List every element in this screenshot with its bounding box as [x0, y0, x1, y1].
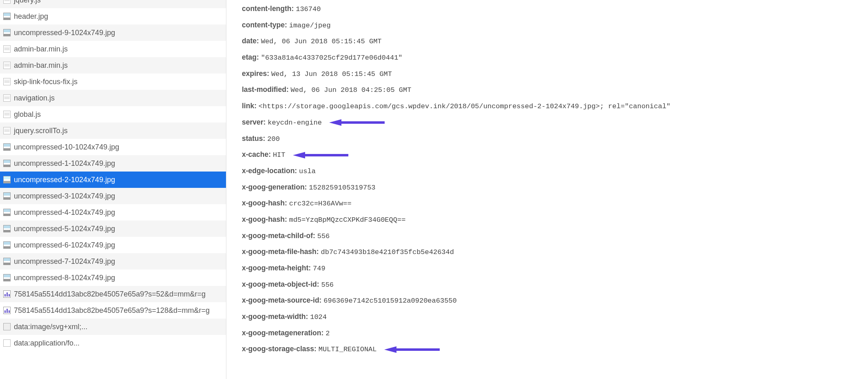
file-row[interactable]: skip-link-focus-fix.js: [0, 74, 226, 90]
file-row[interactable]: uncompressed-5-1024x749.jpg: [0, 221, 226, 237]
response-headers-panel: content-length: 136740content-type: imag…: [226, 0, 868, 379]
svg-marker-1: [329, 119, 341, 126]
file-row[interactable]: global.js: [0, 106, 226, 123]
file-row[interactable]: uncompressed-3-1024x749.jpg: [0, 188, 226, 204]
header-line: x-goog-hash: md5=YzqBpMQzcCXPKdF34G0EQQ=…: [242, 214, 859, 225]
header-key: content-length:: [242, 4, 294, 13]
file-name: uncompressed-6-1024x749.jpg: [14, 241, 115, 250]
file-row[interactable]: uncompressed-1-1024x749.jpg: [0, 155, 226, 172]
header-line: x-goog-meta-source-id: 696369e7142c51015…: [242, 295, 859, 306]
file-name: uncompressed-2-1024x749.jpg: [14, 176, 115, 184]
header-key: date:: [242, 37, 259, 45]
header-line: x-goog-meta-width: 1024: [242, 311, 859, 323]
header-line: x-goog-meta-height: 749: [242, 263, 859, 274]
header-value: 1528259105319753: [309, 184, 375, 192]
annotation-arrow-icon: [383, 346, 441, 353]
annotation-arrow-icon: [292, 152, 349, 159]
doc-icon: [3, 127, 11, 134]
header-key: x-goog-generation:: [242, 183, 307, 191]
file-row[interactable]: uncompressed-7-1024x749.jpg: [0, 253, 226, 270]
file-row[interactable]: data:image/svg+xml;...: [0, 319, 226, 335]
header-line: x-edge-location: usla: [242, 165, 859, 177]
header-key: x-goog-meta-source-id:: [242, 296, 321, 304]
header-key: x-goog-meta-file-hash:: [242, 247, 319, 256]
header-value: md5=YzqBpMQzcCXPKdF34G0EQQ==: [289, 216, 406, 224]
header-line: x-cache: HIT: [242, 149, 859, 161]
header-key: link:: [242, 102, 257, 110]
img-icon: [3, 160, 11, 167]
header-value: "633a81a4c4337025cf29d177e06d0441": [261, 54, 403, 62]
header-value: 749: [313, 265, 326, 272]
header-line: expires: Wed, 13 Jun 2018 05:15:45 GMT: [242, 68, 859, 80]
header-line: x-goog-meta-file-hash: db7c743493b18e421…: [242, 246, 859, 258]
file-row[interactable]: uncompressed-6-1024x749.jpg: [0, 237, 226, 253]
header-line: date: Wed, 06 Jun 2018 05:15:45 GMT: [242, 36, 859, 47]
file-name: 758145a5514dd13abc82be45057e65a9?s=52&d=…: [14, 290, 206, 299]
file-name: jquery.js: [14, 0, 41, 4]
file-name: admin-bar.min.js: [14, 45, 68, 54]
doc-icon: [3, 62, 11, 69]
header-key: etag:: [242, 53, 259, 61]
img-icon: [3, 13, 11, 20]
img-icon: [3, 29, 11, 36]
file-row[interactable]: jquery.js: [0, 0, 226, 8]
img-icon: [3, 258, 11, 265]
header-key: x-edge-location:: [242, 167, 297, 175]
network-file-list[interactable]: style.cssjquery.jsheader.jpguncompressed…: [0, 0, 226, 379]
header-key: x-goog-hash:: [242, 215, 287, 223]
doc-icon: [3, 111, 11, 118]
file-row[interactable]: admin-bar.min.js: [0, 57, 226, 74]
header-value: 200: [267, 135, 280, 143]
file-name: skip-link-focus-fix.js: [14, 78, 78, 86]
file-row[interactable]: uncompressed-2-1024x749.jpg: [0, 172, 226, 188]
header-key: content-type:: [242, 21, 287, 29]
file-row[interactable]: data:application/fo...: [0, 335, 226, 351]
file-row[interactable]: uncompressed-4-1024x749.jpg: [0, 204, 226, 221]
file-row[interactable]: uncompressed-10-1024x749.jpg: [0, 139, 226, 155]
file-row[interactable]: admin-bar.min.js: [0, 41, 226, 57]
file-name: uncompressed-9-1024x749.jpg: [14, 29, 115, 37]
header-value: 136740: [296, 5, 321, 13]
header-value: crc32c=H36AVw==: [289, 200, 352, 207]
header-value: image/jpeg: [289, 22, 331, 29]
blank-icon: [3, 339, 11, 347]
file-name: 758145a5514dd13abc82be45057e65a9?s=128&d…: [14, 306, 210, 315]
header-value: Wed, 06 Jun 2018 05:15:45 GMT: [261, 38, 382, 45]
img-icon: [3, 192, 11, 200]
header-key: server:: [242, 118, 266, 126]
file-row[interactable]: 758145a5514dd13abc82be45057e65a9?s=52&d=…: [0, 286, 226, 302]
header-line: last-modified: Wed, 06 Jun 2018 04:25:05…: [242, 84, 859, 96]
file-row[interactable]: header.jpg: [0, 8, 226, 25]
doc-icon: [3, 94, 11, 102]
header-line: link: <https://storage.googleapis.com/gc…: [242, 100, 859, 112]
file-row[interactable]: jquery.scrollTo.js: [0, 123, 226, 139]
header-value: Wed, 06 Jun 2018 04:25:05 GMT: [291, 86, 412, 94]
img-icon: [3, 176, 11, 183]
file-row[interactable]: 758145a5514dd13abc82be45057e65a9?s=128&d…: [0, 302, 226, 319]
doc-icon: [3, 0, 11, 4]
file-name: admin-bar.min.js: [14, 61, 68, 70]
file-name: uncompressed-3-1024x749.jpg: [14, 192, 115, 201]
header-line: x-goog-generation: 1528259105319753: [242, 182, 859, 193]
img-icon: [3, 241, 11, 249]
svg-marker-3: [293, 152, 305, 158]
doc-icon: [3, 45, 11, 53]
img-icon: [3, 274, 11, 281]
chart-icon: [3, 307, 11, 314]
svg-icon: [3, 323, 11, 330]
header-value: MULTI_REGIONAL: [319, 346, 377, 353]
header-line: content-type: image/jpeg: [242, 20, 859, 31]
header-key: x-cache:: [242, 150, 271, 158]
header-value: 1024: [310, 313, 327, 321]
file-row[interactable]: navigation.js: [0, 90, 226, 106]
header-line: x-goog-storage-class: MULTI_REGIONAL: [242, 343, 859, 355]
header-value: 2: [326, 330, 330, 337]
img-icon: [3, 209, 11, 216]
img-icon: [3, 225, 11, 232]
header-value: keycdn-engine: [268, 119, 322, 127]
header-value: db7c743493b18e4210f35fcb5e42634d: [321, 248, 454, 256]
header-key: x-goog-metageneration:: [242, 329, 323, 337]
file-row[interactable]: uncompressed-9-1024x749.jpg: [0, 25, 226, 41]
header-line: content-length: 136740: [242, 3, 859, 15]
file-row[interactable]: uncompressed-8-1024x749.jpg: [0, 270, 226, 286]
